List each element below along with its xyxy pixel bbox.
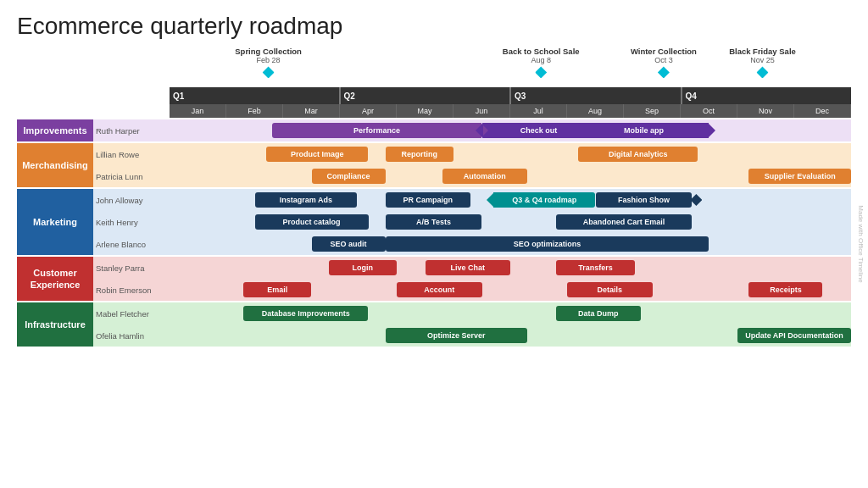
row-merchandising-0: Lillian RoweProduct ImageReportingDigita… (93, 143, 851, 165)
milestone-black: Black Friday Sale Nov 25 (729, 47, 796, 78)
task: SEO audit (312, 236, 386, 252)
task: Details (567, 282, 653, 297)
task: Transfers (556, 260, 636, 275)
task: Receipts (748, 282, 822, 297)
q1-label: Q1 (170, 87, 341, 104)
month-sep: Sep (624, 104, 681, 118)
tasks-area: Instagram AdsPR CampaignQ3 & Q4 roadmapF… (170, 189, 851, 211)
task-arrow-right (708, 123, 715, 138)
task: PR Campaign (386, 192, 471, 208)
task: Q3 & Q4 roadmap (493, 192, 596, 208)
section-label-merchandising: Merchandising (17, 143, 93, 187)
month-aug: Aug (567, 104, 624, 118)
tasks-area: Optimize ServerUpdate API Documentation (170, 324, 851, 347)
month-may: May (397, 104, 453, 118)
person-name: Lillian Rowe (93, 150, 170, 159)
tasks-area: SEO auditSEO optimizations (170, 233, 851, 255)
month-jun: Jun (453, 104, 510, 118)
row-marketing-2: Arlene BlancoSEO auditSEO optimizations (93, 233, 851, 255)
task: Live Chat (426, 260, 511, 275)
month-bar: JanFebMarAprMayJunJulAugSepOctNovDec (170, 104, 851, 118)
section-label-improvements: Improvements (17, 119, 93, 141)
task: Fashion Show (596, 192, 693, 208)
task: Update API Documentation (737, 328, 851, 343)
page-title: Ecommerce quarterly roadmap (17, 13, 851, 40)
section-customer: Customer ExperienceStanley ParraLoginLiv… (17, 257, 851, 301)
task-diamond (690, 194, 702, 206)
section-rows-infrastructure: Mabel FletcherDatabase ImprovementsData … (93, 302, 851, 347)
row-infrastructure-0: Mabel FletcherDatabase ImprovementsData … (93, 302, 851, 324)
person-name: John Alloway (93, 196, 170, 205)
timeline-area: Spring Collection Feb 28 Back to School … (170, 47, 851, 119)
person-name: Ofelia Hamlin (93, 331, 170, 341)
task: Abandoned Cart Email (556, 214, 693, 230)
section-label-infrastructure: Infrastructure (17, 302, 93, 347)
tasks-area: EmailAccountDetailsReceipts (170, 279, 851, 301)
month-feb: Feb (226, 104, 283, 118)
task: Automation (442, 169, 528, 184)
quarter-bar: Q1 Q2 Q3 Q4 (170, 87, 851, 104)
tasks-area: Product catalogA/B TestsAbandoned Cart E… (170, 211, 851, 233)
row-customer-0: Stanley ParraLoginLive ChatTransfers (93, 257, 851, 279)
milestone-school: Back to School Sale Aug 8 (503, 47, 580, 78)
section-rows-customer: Stanley ParraLoginLive ChatTransfersRobi… (93, 257, 851, 301)
task: Supplier Evaluation (748, 169, 851, 184)
section-rows-marketing: John AllowayInstagram AdsPR CampaignQ3 &… (93, 189, 851, 255)
tasks-area: Database ImprovementsData Dump (170, 302, 851, 324)
task: Account (397, 282, 482, 297)
sections-container: ImprovementsRuth HarperPerformanceCheck … (17, 119, 851, 347)
section-label-marketing: Marketing (17, 189, 93, 255)
task-arrow-left (487, 192, 494, 208)
task: Product Image (266, 147, 369, 162)
month-mar: Mar (283, 104, 340, 118)
row-customer-1: Robin EmersonEmailAccountDetailsReceipts (93, 279, 851, 301)
person-name: Robin Emerson (93, 286, 170, 295)
milestone-winter: Winter Collection Oct 3 (631, 47, 697, 78)
task: Reporting (386, 147, 453, 162)
tasks-area: LoginLive ChatTransfers (170, 257, 851, 279)
task: Compliance (312, 169, 386, 184)
month-oct: Oct (681, 104, 737, 118)
row-marketing-0: John AllowayInstagram AdsPR CampaignQ3 &… (93, 189, 851, 211)
q3-label: Q3 (511, 87, 682, 104)
milestones-row: Spring Collection Feb 28 Back to School … (170, 47, 851, 87)
task-arrow-right (595, 123, 603, 138)
task: Login (329, 260, 397, 275)
person-name: Patricia Lunn (93, 172, 170, 181)
row-improvements-0: Ruth HarperPerformanceCheck outMobile ap… (93, 119, 851, 141)
task-arrow-left (476, 123, 483, 138)
person-name: Arlene Blanco (93, 240, 170, 249)
section-rows-merchandising: Lillian RoweProduct ImageReportingDigita… (93, 143, 851, 187)
watermark: Made with Office Timeline (857, 205, 865, 282)
person-name: Mabel Fletcher (93, 309, 170, 319)
task: Product catalog (255, 214, 369, 230)
person-name: Keith Henry (93, 218, 170, 227)
tasks-area: PerformanceCheck outMobile app (170, 119, 851, 141)
tasks-area: ComplianceAutomationSupplier Evaluation (170, 165, 851, 187)
task: Performance (272, 123, 482, 138)
month-dec: Dec (794, 104, 851, 118)
task: SEO optimizations (386, 236, 709, 252)
q2-label: Q2 (341, 87, 512, 104)
q4-label: Q4 (682, 87, 852, 104)
row-merchandising-1: Patricia LunnComplianceAutomationSupplie… (93, 165, 851, 187)
month-jan: Jan (170, 104, 226, 118)
month-apr: Apr (340, 104, 397, 118)
person-name: Stanley Parra (93, 263, 170, 273)
task: Digital Analytics (578, 147, 698, 162)
tasks-area: Product ImageReportingDigital Analytics (170, 143, 851, 165)
section-rows-improvements: Ruth HarperPerformanceCheck outMobile ap… (93, 119, 851, 141)
month-nov: Nov (737, 104, 794, 118)
person-name: Ruth Harper (93, 126, 170, 136)
task: Instagram Ads (255, 192, 358, 208)
task: Email (243, 282, 311, 297)
task: A/B Tests (386, 214, 482, 230)
section-infrastructure: InfrastructureMabel FletcherDatabase Imp… (17, 302, 851, 347)
row-infrastructure-1: Ofelia HamlinOptimize ServerUpdate API D… (93, 324, 851, 347)
task: Database Improvements (243, 306, 368, 321)
month-jul: Jul (510, 104, 567, 118)
task: Optimize Server (386, 328, 528, 343)
page: Ecommerce quarterly roadmap Spring Colle… (0, 0, 868, 488)
row-marketing-1: Keith HenryProduct catalogA/B TestsAband… (93, 211, 851, 233)
section-label-customer: Customer Experience (17, 257, 93, 301)
